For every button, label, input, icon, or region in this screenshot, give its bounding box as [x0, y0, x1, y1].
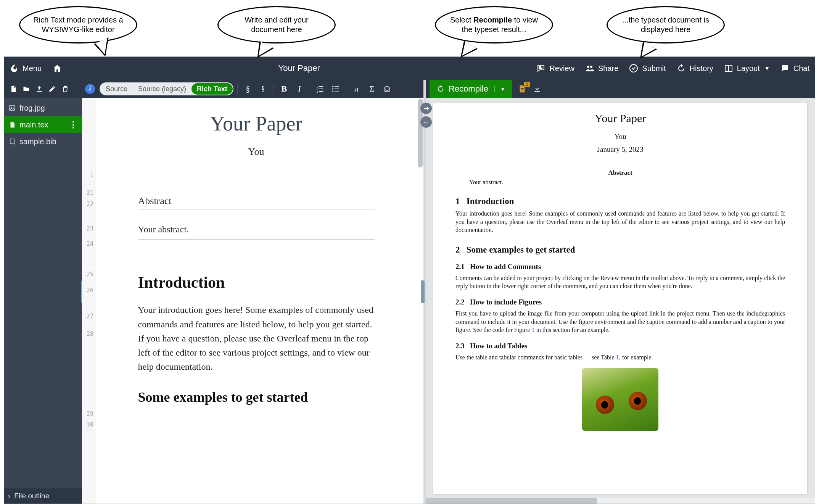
recompile-icon	[436, 85, 445, 93]
doc-abstract-text[interactable]: Your abstract.	[138, 223, 375, 240]
svg-rect-16	[334, 89, 339, 89]
doc-author[interactable]: You	[138, 146, 375, 158]
mode-source[interactable]: Source	[100, 83, 133, 95]
collapse-left-button[interactable]: ←	[420, 116, 432, 128]
layout-button[interactable]: Layout ▼	[719, 57, 775, 80]
resize-handle-right[interactable]	[421, 280, 425, 303]
overleaf-logo-icon	[10, 64, 19, 73]
new-folder-icon[interactable]	[23, 85, 30, 93]
pdf-section-2-2-body: First you have to upload the image file …	[455, 309, 785, 334]
pdf-viewer[interactable]: Your Paper You January 5, 2023 Abstract …	[426, 98, 815, 498]
submit-icon	[629, 64, 638, 73]
svg-point-13	[332, 86, 333, 87]
callout-text: Write and edit your document here	[230, 15, 323, 34]
info-button[interactable]: i	[85, 84, 95, 94]
menu-label: Menu	[23, 64, 42, 73]
pdf-section-1-body: Your introduction goes here! Some exampl…	[455, 209, 785, 234]
bold-icon[interactable]: B	[278, 82, 291, 95]
subsection-icon[interactable]: §	[257, 82, 270, 95]
svg-rect-8	[319, 86, 323, 87]
mode-rich-text[interactable]: Rich Text	[191, 83, 233, 95]
svg-point-1	[590, 66, 592, 68]
pdf-section-2-1-body: Comments can be added to your project by…	[455, 274, 785, 290]
app-window: Menu Your Paper Review Share Submit Hist…	[4, 56, 815, 504]
delete-icon[interactable]	[61, 85, 69, 93]
menubar: Menu Your Paper Review Share Submit Hist…	[4, 57, 815, 80]
callout-write-here: Write and edit your document here	[217, 6, 336, 43]
chat-icon	[780, 64, 790, 73]
svg-point-0	[587, 66, 589, 68]
new-file-icon[interactable]	[10, 85, 17, 93]
file-item-menu-icon[interactable]: ⋮	[69, 120, 77, 130]
download-icon	[533, 85, 541, 93]
callout-richtext: Rich Text mode provides a WYSIWYG-like e…	[19, 6, 137, 43]
download-pdf-button[interactable]	[531, 83, 543, 95]
recompile-label: Recompile	[449, 84, 488, 94]
callout-text: ...the typeset document is displayed her…	[619, 15, 712, 34]
pdf-section-1: 1 Introduction	[455, 196, 785, 206]
file-outline-label: File outline	[14, 492, 49, 500]
logs-button[interactable]: 1	[516, 83, 528, 95]
recompile-button[interactable]: Recompile ▼	[430, 80, 512, 98]
doc-abstract-label[interactable]: Abstract	[138, 193, 375, 209]
svg-text:3: 3	[317, 90, 318, 93]
review-button[interactable]: Review	[531, 57, 580, 80]
file-icon	[9, 121, 16, 128]
omega-icon[interactable]: Ω	[381, 82, 394, 95]
pdf-horizontal-scrollbar[interactable]	[426, 498, 815, 504]
chat-button[interactable]: Chat	[775, 57, 815, 80]
share-icon	[585, 64, 594, 73]
layout-icon	[724, 64, 733, 73]
doc-heading-introduction[interactable]: Introduction	[138, 273, 375, 291]
rename-icon[interactable]	[48, 85, 56, 93]
chat-label: Chat	[793, 64, 809, 73]
rich-text-document[interactable]: Your Paper You Abstract Your abstract. I…	[96, 98, 423, 504]
file-toolbar	[4, 80, 82, 98]
pdf-section-2: 2 Some examples to get started	[455, 245, 785, 255]
svg-rect-19	[521, 88, 523, 89]
editor-body[interactable]: 1 ⋮⋮ 21 22 23 24 ⋮⋮ 25 26 ⋮⋮ 27 28 29 30…	[82, 98, 423, 504]
pdf-section-2-3-body: Use the table and tabular commands for b…	[455, 353, 785, 362]
home-icon	[53, 64, 62, 73]
doc-intro-paragraph[interactable]: Your introduction goes here! Some exampl…	[138, 303, 375, 374]
review-label: Review	[549, 64, 574, 73]
doc-title[interactable]: Your Paper	[138, 112, 375, 135]
file-item-label: sample.bib	[19, 137, 56, 146]
file-outline-toggle[interactable]: › File outline	[4, 488, 82, 504]
layout-label: Layout	[737, 64, 760, 73]
italic-icon[interactable]: I	[293, 82, 306, 95]
pdf-table-ref[interactable]: 1	[616, 354, 619, 361]
line-gutter: 1 ⋮⋮ 21 22 23 24 ⋮⋮ 25 26 ⋮⋮ 27 28 29 30…	[82, 98, 96, 504]
file-item-main[interactable]: main.tex ⋮	[4, 116, 82, 133]
sigma-icon[interactable]: Σ	[365, 82, 378, 95]
svg-point-17	[332, 90, 333, 92]
upload-icon[interactable]	[35, 85, 43, 93]
chevron-right-icon: ›	[8, 492, 10, 500]
doc-heading-examples[interactable]: Some examples to get started	[138, 389, 375, 405]
share-button[interactable]: Share	[580, 57, 624, 80]
history-button[interactable]: History	[671, 57, 719, 80]
file-item-sample-bib[interactable]: sample.bib	[4, 133, 82, 150]
file-item-frog[interactable]: frog.jpg	[4, 100, 82, 116]
pdf-abstract-label: Abstract	[455, 169, 785, 177]
pdf-section-2-3: 2.3 How to add Tables	[455, 342, 785, 350]
callout-typeset-here: ...the typeset document is displayed her…	[607, 6, 725, 43]
chevron-down-icon[interactable]: ▼	[494, 86, 505, 92]
pdf-page: Your Paper You January 5, 2023 Abstract …	[433, 103, 807, 494]
mode-source-legacy[interactable]: Source (legacy)	[133, 83, 191, 95]
home-button[interactable]	[47, 57, 67, 80]
collapse-right-button[interactable]: ➔	[420, 103, 432, 114]
svg-rect-20	[521, 90, 523, 90]
bullet-list-icon[interactable]	[329, 82, 342, 95]
pi-icon[interactable]: π	[350, 82, 363, 95]
pdf-column: Recompile ▼ 1 Your Paper You January 5, …	[426, 80, 815, 504]
editor-toolbar: i Source Source (legacy) Rich Text § § B…	[82, 80, 423, 98]
menu-button[interactable]: Menu	[4, 57, 47, 80]
project-title[interactable]: Your Paper	[67, 63, 531, 73]
pdf-author: You	[455, 132, 785, 141]
numbered-list-icon[interactable]: 123	[314, 82, 327, 95]
editor-mode-switch: Source Source (legacy) Rich Text	[100, 82, 233, 95]
review-icon	[536, 64, 545, 73]
file-list: frog.jpg main.tex ⋮ sample.bib	[4, 98, 82, 488]
section-icon[interactable]: §	[241, 82, 254, 95]
